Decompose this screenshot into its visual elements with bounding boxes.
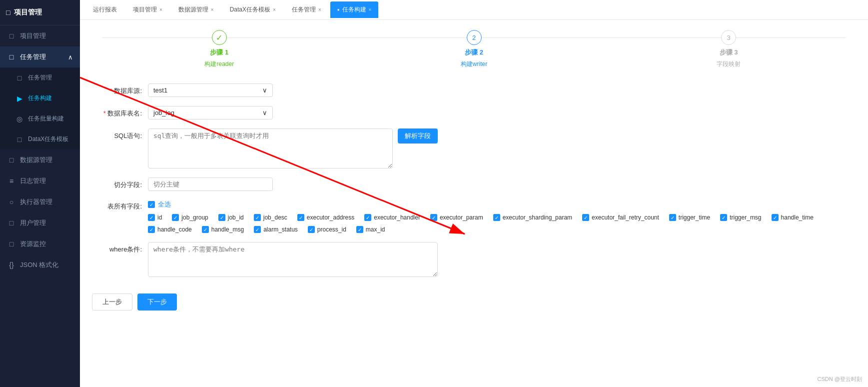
- tab-reports[interactable]: 运行报表: [86, 2, 124, 18]
- next-button[interactable]: 下一步: [137, 294, 177, 310]
- field-checkbox-job_desc[interactable]: ✓: [254, 214, 261, 221]
- field-item: ✓handle_time: [772, 214, 814, 221]
- sql-label: SQL语句:: [92, 128, 142, 140]
- sidebar-item-executor[interactable]: ○ 执行器管理: [0, 192, 80, 212]
- field-item: ✓alarm_status: [254, 226, 298, 233]
- sidebar-item-project[interactable]: □ 项目管理: [0, 26, 80, 46]
- all-fields-label: 表所有字段:: [92, 200, 142, 211]
- split-field-input[interactable]: [148, 178, 273, 191]
- step-2: 2 步骤 2 构建writer: [347, 30, 602, 68]
- field-checkbox-job_group[interactable]: ✓: [172, 214, 179, 221]
- sidebar-sub-taskmgmt: □ 任务管理 ▶ 任务构建 ◎ 任务批量构建 □ DataX任务模板: [0, 68, 80, 150]
- step3-label: 步骤 3: [720, 48, 738, 57]
- split-field-row: 切分字段:: [92, 178, 856, 191]
- sidebar-item-user[interactable]: □ 用户管理: [0, 212, 80, 234]
- tab-project-close[interactable]: ×: [159, 7, 162, 12]
- main-area: 运行报表 项目管理 × 数据源管理 × DataX任务模板 × 任务管理 × ●…: [80, 0, 868, 387]
- parse-fields-button[interactable]: 解析字段: [398, 128, 438, 144]
- sidebar-item-taskbuild[interactable]: ▶ 任务构建: [0, 88, 80, 108]
- field-label-executor_handler: executor_handler: [374, 214, 420, 221]
- field-checkbox-executor_handler[interactable]: ✓: [364, 214, 371, 221]
- sidebar-item-dataxtemplate[interactable]: □ DataX任务模板: [0, 129, 80, 150]
- field-checkbox-executor_address[interactable]: ✓: [297, 214, 304, 221]
- where-textarea[interactable]: [148, 242, 438, 277]
- tab-bar: 运行报表 项目管理 × 数据源管理 × DataX任务模板 × 任务管理 × ●…: [80, 0, 868, 20]
- table-select-chevron-icon: ∨: [262, 109, 267, 116]
- db-source-row: 数据库源: test1 ∨: [92, 84, 856, 97]
- sidebar: □ 项目管理 □ 项目管理 □ 任务管理 ∧ □ 任务管理 ▶ 任务构建 ◎ 任…: [0, 0, 80, 387]
- sidebar-item-log[interactable]: ≡ 日志管理: [0, 170, 80, 192]
- field-checkbox-handle_code[interactable]: ✓: [148, 226, 155, 233]
- field-label-handle_time: handle_time: [781, 214, 814, 221]
- tab-datasource-close[interactable]: ×: [211, 7, 214, 12]
- field-checkbox-executor_param[interactable]: ✓: [430, 214, 437, 221]
- field-checkbox-handle_time[interactable]: ✓: [772, 214, 779, 221]
- sql-row: SQL语句: 解析字段: [92, 128, 856, 168]
- tab-datax-close[interactable]: ×: [273, 7, 276, 12]
- field-checkbox-job_id[interactable]: ✓: [218, 214, 225, 221]
- step2-sub: 构建writer: [461, 60, 487, 68]
- sidebar-item-json[interactable]: {} JSON 格式化: [0, 254, 80, 276]
- step1-sub: 构建reader: [204, 60, 234, 68]
- field-item: ✓job_group: [172, 214, 208, 221]
- sidebar-item-taskmgmt[interactable]: □ 任务管理 ∧: [0, 46, 80, 68]
- sidebar-item-taskbatch[interactable]: ◎ 任务批量构建: [0, 108, 80, 129]
- field-label-alarm_status: alarm_status: [263, 226, 298, 233]
- field-label-executor_address: executor_address: [307, 214, 354, 221]
- all-fields-section: 表所有字段: ✓ 全选 ✓id✓job_group✓job_id✓job_des…: [92, 200, 856, 233]
- field-checkbox-executor_fail_retry_count[interactable]: ✓: [582, 214, 589, 221]
- field-checkbox-trigger_time[interactable]: ✓: [669, 214, 676, 221]
- field-item: ✓process_id: [308, 226, 346, 233]
- step2-label: 步骤 2: [465, 48, 483, 57]
- db-table-control: job_log ∨: [148, 106, 273, 120]
- field-label-job_desc: job_desc: [263, 214, 287, 221]
- field-checkbox-executor_sharding_param[interactable]: ✓: [493, 214, 500, 221]
- sql-control: 解析字段: [148, 128, 438, 168]
- prev-button[interactable]: 上一步: [92, 294, 132, 310]
- tab-taskbuild-close[interactable]: ×: [369, 7, 372, 12]
- db-table-select[interactable]: job_log ∨: [148, 106, 273, 120]
- field-checkbox-process_id[interactable]: ✓: [308, 226, 315, 233]
- select-all-row: ✓ 全选: [148, 200, 856, 209]
- executor-icon: ○: [7, 198, 16, 206]
- step3-circle: 3: [721, 30, 736, 45]
- field-item: ✓handle_msg: [202, 226, 244, 233]
- db-table-label: 数据库表名:: [92, 106, 142, 118]
- tab-task-mgmt[interactable]: 任务管理 ×: [285, 2, 328, 18]
- sidebar-item-tasklist[interactable]: □ 任务管理: [0, 68, 80, 88]
- taskmgmt-icon: □: [7, 53, 16, 61]
- tasklist-icon: □: [15, 74, 24, 82]
- field-checkbox-handle_msg[interactable]: ✓: [202, 226, 209, 233]
- tab-taskmgmt-close[interactable]: ×: [318, 7, 321, 12]
- chevron-up-icon: ∧: [68, 54, 73, 61]
- steps-indicator: ✓ 步骤 1 构建reader 2 步骤 2 构建writer 3 步骤 3 字…: [92, 30, 856, 68]
- user-icon: □: [7, 219, 16, 227]
- field-label-executor_sharding_param: executor_sharding_param: [503, 214, 572, 221]
- field-label-trigger_time: trigger_time: [679, 214, 710, 221]
- sql-textarea[interactable]: [148, 128, 393, 168]
- field-checkbox-trigger_msg[interactable]: ✓: [720, 214, 727, 221]
- field-checkbox-id[interactable]: ✓: [148, 214, 155, 221]
- tab-datax-template[interactable]: DataX任务模板 ×: [223, 2, 283, 18]
- db-source-control: test1 ∨: [148, 84, 273, 97]
- where-control: [148, 242, 438, 278]
- select-all-label[interactable]: 全选: [158, 200, 171, 209]
- field-item: ✓trigger_time: [669, 214, 710, 221]
- field-label-max_id: max_id: [366, 226, 385, 233]
- sidebar-item-datasource[interactable]: □ 数据源管理: [0, 150, 80, 170]
- sql-input-row: 解析字段: [148, 128, 438, 168]
- field-item: ✓handle_code: [148, 226, 192, 233]
- field-checkbox-max_id[interactable]: ✓: [356, 226, 363, 233]
- sidebar-item-resource[interactable]: □ 资源监控: [0, 234, 80, 254]
- select-all-checkbox[interactable]: ✓: [148, 201, 155, 208]
- resource-icon: □: [7, 240, 16, 248]
- field-label-job_id: job_id: [228, 214, 244, 221]
- watermark: CSDN @登云时刻: [818, 376, 862, 383]
- tab-datasource[interactable]: 数据源管理 ×: [171, 2, 221, 18]
- db-source-select[interactable]: test1 ∨: [148, 84, 273, 97]
- tab-project[interactable]: 项目管理 ×: [126, 2, 169, 18]
- field-item: ✓executor_handler: [364, 214, 420, 221]
- field-checkbox-alarm_status[interactable]: ✓: [254, 226, 261, 233]
- tab-task-build[interactable]: ● 任务构建 ×: [330, 2, 379, 18]
- field-label-job_group: job_group: [181, 214, 208, 221]
